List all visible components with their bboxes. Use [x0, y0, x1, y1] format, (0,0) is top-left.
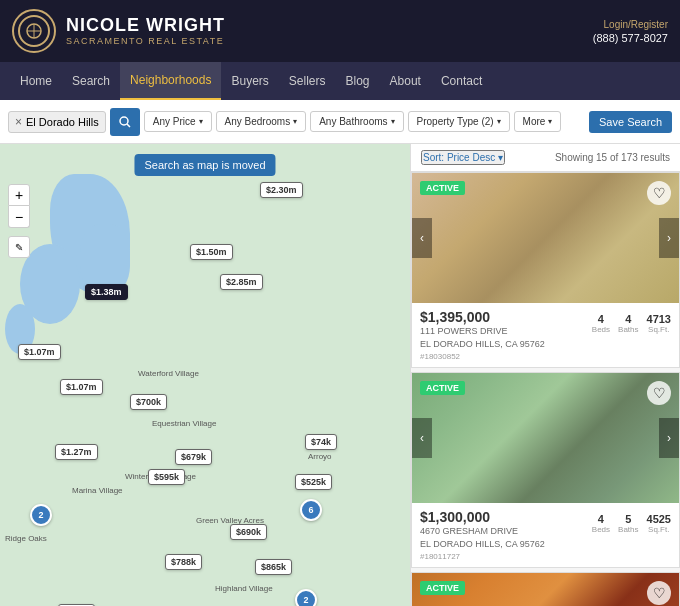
map-zoom-controls: + −: [8, 184, 30, 228]
active-badge-2: ACTIVE: [420, 381, 465, 395]
bathrooms-filter[interactable]: Any Bathrooms ▾: [310, 111, 403, 132]
svg-line-4: [127, 124, 130, 127]
logo-area: NICOLE WRIGHT SACRAMENTO REAL ESTATE: [12, 9, 225, 53]
proptype-dropdown-arrow: ▾: [497, 117, 501, 126]
price-marker-m13[interactable]: $1.27m: [55, 444, 98, 460]
price-marker-m10[interactable]: $525k: [295, 474, 332, 490]
logo-icon: [12, 9, 56, 53]
location-clear[interactable]: ×: [15, 115, 22, 129]
svg-point-3: [120, 117, 128, 125]
price-marker-m1[interactable]: $2.30m: [260, 182, 303, 198]
map-edit-button[interactable]: ✎: [8, 236, 30, 258]
price-marker-m5[interactable]: $1.07m: [18, 344, 61, 360]
price-filter[interactable]: Any Price ▾: [144, 111, 212, 132]
right-panel: Sort: Price Desc ▾ Showing 15 of 173 res…: [410, 144, 680, 606]
price-marker-m4[interactable]: $2.85m: [220, 274, 263, 290]
prev-image-button-1[interactable]: ‹: [412, 218, 432, 258]
search-icon: [119, 116, 131, 128]
zoom-out-button[interactable]: −: [8, 206, 30, 228]
listing-details-2: 4 Beds 5 Baths 4525 Sq.Ft.: [592, 513, 671, 534]
bedrooms-filter[interactable]: Any Bedrooms ▾: [216, 111, 307, 132]
nav-contact[interactable]: Contact: [431, 62, 492, 100]
arroyo-label: Arroyo: [308, 452, 332, 461]
logo-sub: SACRAMENTO REAL ESTATE: [66, 36, 225, 46]
listing-address-2: 4670 GRESHAM DRIVEEL DORADO HILLS, CA 95…: [420, 525, 545, 550]
listing-address-1: 111 POWERS DRIVEEL DORADO HILLS, CA 9576…: [420, 325, 545, 350]
favorite-button-3[interactable]: ♡: [647, 581, 671, 605]
cluster-marker-c1[interactable]: 2: [30, 504, 52, 526]
price-marker-m15[interactable]: $865k: [255, 559, 292, 575]
favorite-button-2[interactable]: ♡: [647, 381, 671, 405]
sqft-detail-1: 4713 Sq.Ft.: [647, 313, 671, 334]
listing-price-1: $1,395,000: [420, 309, 545, 325]
price-marker-m2[interactable]: $1.50m: [190, 244, 233, 260]
nav-blog[interactable]: Blog: [336, 62, 380, 100]
cluster-marker-c2[interactable]: 6: [300, 499, 322, 521]
nav-search[interactable]: Search: [62, 62, 120, 100]
sort-button[interactable]: Sort: Price Desc ▾: [421, 150, 505, 165]
search-as-moved-button[interactable]: Search as map is moved: [134, 154, 275, 176]
zoom-in-button[interactable]: +: [8, 184, 30, 206]
nav-sellers[interactable]: Sellers: [279, 62, 336, 100]
price-marker-m8[interactable]: $679k: [175, 449, 212, 465]
location-value: El Dorado Hills: [26, 116, 99, 128]
logo-text: NICOLE WRIGHT SACRAMENTO REAL ESTATE: [66, 16, 225, 46]
listing-card-2[interactable]: ACTIVE ♡ ‹ › $1,300,000 4670 GRESHAM DRI…: [411, 372, 680, 568]
sort-arrow: ▾: [498, 152, 503, 163]
listing-image-3: ACTIVE ♡ ‹ ›: [412, 573, 679, 606]
prev-image-button-2[interactable]: ‹: [412, 418, 432, 458]
price-marker-m9[interactable]: $595k: [148, 469, 185, 485]
logo-svg: [25, 22, 43, 40]
active-badge-3: ACTIVE: [420, 581, 465, 595]
results-header: Sort: Price Desc ▾ Showing 15 of 173 res…: [411, 144, 680, 172]
highland-village-label: Highland Village: [215, 584, 273, 593]
price-dropdown-arrow: ▾: [199, 117, 203, 126]
price-marker-m14[interactable]: $788k: [165, 554, 202, 570]
equestrian-village-label: Equestrian Village: [152, 419, 216, 428]
sqft-detail-2: 4525 Sq.Ft.: [647, 513, 671, 534]
nav-neighborhoods[interactable]: Neighborhoods: [120, 62, 221, 100]
next-image-button-1[interactable]: ›: [659, 218, 679, 258]
location-tag: × El Dorado Hills: [8, 111, 106, 133]
login-register-link[interactable]: Login/Register: [604, 19, 668, 30]
listing-details-1: 4 Beds 4 Baths 4713 Sq.Ft.: [592, 313, 671, 334]
listing-id-1: #18030852: [420, 352, 545, 361]
beds-dropdown-arrow: ▾: [293, 117, 297, 126]
nav-buyers[interactable]: Buyers: [221, 62, 278, 100]
price-marker-m7[interactable]: $700k: [130, 394, 167, 410]
more-filter[interactable]: More ▾: [514, 111, 562, 132]
listing-info-1: $1,395,000 111 POWERS DRIVEEL DORADO HIL…: [412, 303, 679, 367]
favorite-button-1[interactable]: ♡: [647, 181, 671, 205]
cluster-marker-c3[interactable]: 2: [295, 589, 317, 606]
listing-card-1[interactable]: ACTIVE ♡ ‹ › $1,395,000 111 POWERS DRIVE…: [411, 172, 680, 368]
listing-price-2: $1,300,000: [420, 509, 545, 525]
next-image-button-2[interactable]: ›: [659, 418, 679, 458]
search-bar: × El Dorado Hills Any Price ▾ Any Bedroo…: [0, 100, 680, 144]
baths-detail-2: 5 Baths: [618, 513, 638, 534]
listing-card-3[interactable]: ACTIVE ♡ ‹ › $1,375,000 1506 BOLIVAR COU…: [411, 572, 680, 606]
price-marker-m6[interactable]: $1.07m: [60, 379, 103, 395]
beds-detail-1: 4 Beds: [592, 313, 610, 334]
price-marker-m3[interactable]: $1.38m: [85, 284, 128, 300]
baths-detail-1: 4 Baths: [618, 313, 638, 334]
main-content: Waterford Village Equestrian Village Mar…: [0, 144, 680, 606]
property-type-filter[interactable]: Property Type (2) ▾: [408, 111, 510, 132]
listing-image-2: ACTIVE ♡ ‹ ›: [412, 373, 679, 503]
listing-info-2: $1,300,000 4670 GRESHAM DRIVEEL DORADO H…: [412, 503, 679, 567]
ridge-oaks-label: Ridge Oaks: [5, 534, 47, 543]
baths-dropdown-arrow: ▾: [391, 117, 395, 126]
header: NICOLE WRIGHT SACRAMENTO REAL ESTATE Log…: [0, 0, 680, 62]
logo-name: NICOLE WRIGHT: [66, 16, 225, 36]
nav-home[interactable]: Home: [10, 62, 62, 100]
header-right: Login/Register (888) 577-8027: [593, 19, 668, 44]
nav-about[interactable]: About: [380, 62, 431, 100]
price-marker-m12[interactable]: $690k: [230, 524, 267, 540]
map-area[interactable]: Waterford Village Equestrian Village Mar…: [0, 144, 410, 606]
search-button[interactable]: [110, 108, 140, 136]
beds-detail-2: 4 Beds: [592, 513, 610, 534]
marina-village-label: Marina Village: [72, 486, 123, 495]
main-nav: Home Search Neighborhoods Buyers Sellers…: [0, 62, 680, 100]
listing-id-2: #18011727: [420, 552, 545, 561]
save-search-button[interactable]: Save Search: [589, 111, 672, 133]
price-marker-m11[interactable]: $74k: [305, 434, 337, 450]
